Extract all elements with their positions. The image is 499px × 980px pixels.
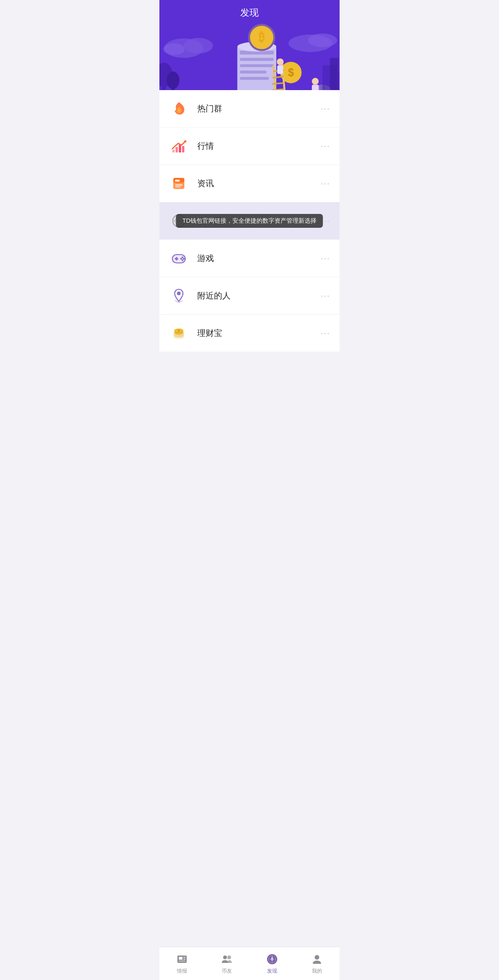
game-label: 游戏 bbox=[197, 253, 321, 264]
hot-group-label: 热门群 bbox=[197, 103, 321, 114]
menu-item-news[interactable]: 资讯 ··· bbox=[159, 165, 340, 202]
svg-rect-32 bbox=[277, 65, 283, 74]
svg-rect-18 bbox=[240, 77, 269, 79]
menu-item-hot-group[interactable]: 热门群 ··· bbox=[159, 90, 340, 128]
svg-text:₿: ₿ bbox=[259, 30, 265, 43]
svg-point-67 bbox=[182, 259, 183, 261]
banner-illustration: ₿ $ $ bbox=[159, 19, 340, 90]
svg-rect-46 bbox=[182, 146, 184, 152]
svg-rect-44 bbox=[176, 147, 178, 152]
svg-rect-15 bbox=[240, 58, 274, 61]
svg-rect-43 bbox=[172, 150, 175, 152]
svg-point-9 bbox=[167, 72, 179, 89]
market-label: 行情 bbox=[197, 140, 321, 152]
nearby-dots: ··· bbox=[321, 291, 330, 301]
hot-group-dots: ··· bbox=[321, 104, 330, 114]
svg-point-64 bbox=[182, 256, 183, 258]
story-dots: ··· bbox=[321, 216, 330, 226]
svg-rect-16 bbox=[240, 64, 274, 67]
svg-point-2 bbox=[184, 38, 213, 54]
svg-rect-50 bbox=[175, 184, 183, 186]
svg-text:¥: ¥ bbox=[178, 329, 180, 333]
svg-rect-45 bbox=[179, 144, 181, 152]
svg-point-3 bbox=[163, 43, 184, 55]
svg-rect-52 bbox=[175, 180, 180, 182]
svg-point-66 bbox=[183, 258, 185, 260]
finance-icon: ¥ bbox=[169, 323, 189, 343]
news-dots: ··· bbox=[321, 179, 330, 189]
svg-rect-42 bbox=[337, 72, 340, 90]
finance-dots: ··· bbox=[321, 329, 330, 338]
svg-point-65 bbox=[180, 258, 182, 260]
svg-point-5 bbox=[308, 34, 337, 48]
hot-group-icon bbox=[169, 98, 189, 119]
svg-text:$: $ bbox=[288, 67, 294, 79]
svg-point-47 bbox=[184, 140, 187, 143]
nearby-icon bbox=[169, 286, 189, 306]
finance-label: 理财宝 bbox=[197, 328, 321, 339]
nearby-label: 附近的人 bbox=[197, 290, 321, 301]
game-dots: ··· bbox=[321, 254, 330, 263]
svg-rect-51 bbox=[175, 186, 181, 188]
svg-rect-37 bbox=[312, 85, 319, 90]
svg-rect-63 bbox=[176, 257, 177, 261]
svg-point-36 bbox=[312, 78, 319, 85]
menu-item-market[interactable]: 行情 ··· bbox=[159, 128, 340, 165]
game-icon bbox=[169, 248, 189, 268]
story-label: 故事圈 bbox=[197, 215, 321, 226]
banner: 发现 bbox=[159, 0, 340, 90]
story-icon bbox=[169, 211, 189, 231]
menu-list: 热门群 ··· 行情 ··· bbox=[159, 90, 340, 352]
svg-point-55 bbox=[177, 219, 180, 222]
svg-point-31 bbox=[277, 58, 284, 65]
menu-item-game[interactable]: 游戏 ··· bbox=[159, 240, 340, 277]
menu-item-story[interactable]: 故事圈 TD钱包官网链接，安全便捷的数字资产管理新选择 ··· bbox=[159, 202, 340, 240]
market-dots: ··· bbox=[321, 141, 330, 151]
page-title: 发现 bbox=[159, 0, 340, 19]
news-label: 资讯 bbox=[197, 178, 321, 189]
menu-item-nearby[interactable]: 附近的人 ··· bbox=[159, 277, 340, 315]
news-icon bbox=[169, 173, 189, 194]
market-icon bbox=[169, 136, 189, 156]
svg-point-68 bbox=[177, 292, 181, 295]
svg-rect-17 bbox=[240, 71, 267, 73]
menu-item-finance[interactable]: ¥ 理财宝 ··· bbox=[159, 315, 340, 352]
